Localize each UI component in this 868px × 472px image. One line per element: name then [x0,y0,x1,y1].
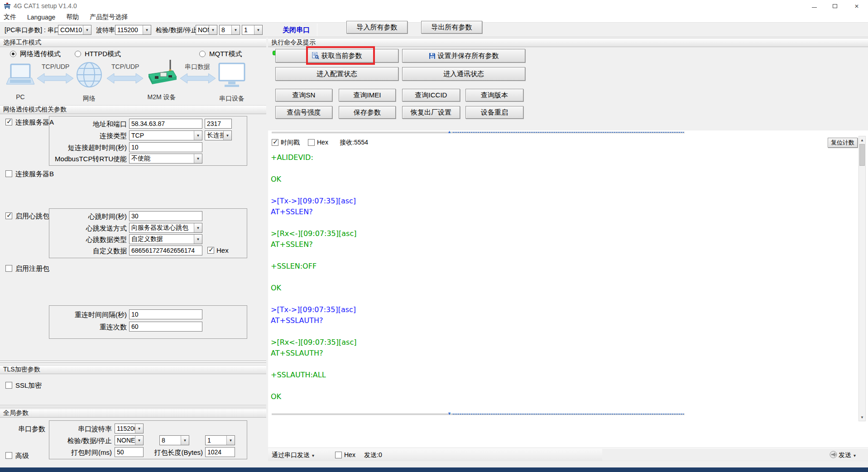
export-params-button[interactable]: 导出所有参数 [421,21,482,34]
terminal-scrollbar[interactable]: ▲ ▼ [858,136,866,421]
server-addr-input[interactable]: 58.34.63.87 [129,119,202,129]
factory-reset-button[interactable]: 恢复出厂设置 [402,106,460,119]
pack-time-input[interactable]: 50 [115,447,144,457]
send-horn-icon [830,451,837,458]
pc-serial-label: [PC串口参数] : 串口号 [5,23,67,37]
tls-header: TLS加密参数 [0,365,266,374]
scroll-up-icon[interactable]: ▲ [859,136,865,144]
pack-len-label: 打包长度(Bytes) [154,448,203,457]
toolbar: [PC串口参数] : 串口号 COM10 波特率 115200 检验/数据/停止… [0,23,868,37]
separator [0,405,266,407]
radio-net-passthrough-label: 网络透传模式 [20,50,61,58]
advanced-checkbox[interactable] [5,452,12,459]
heartbeat-data-type-label: 心跳数据类型 [50,236,127,244]
save-params-button[interactable]: 保存参数 [339,106,396,119]
m2m-device-icon [145,59,177,89]
heartbeat-enable-checkbox[interactable] [5,212,12,219]
set-save-params-button[interactable]: 设置并保存所有参数 [402,49,525,63]
scroll-thumb[interactable] [859,144,865,166]
global-parity-select[interactable]: NONE [115,435,144,445]
terminal-line: AT+SSLAUTH? [271,315,850,326]
register-enable-checkbox[interactable] [5,265,12,272]
heartbeat-data-type-select[interactable]: 自定义数据 [129,234,202,244]
parity-select[interactable]: NONI [196,25,217,35]
splitter-arrow-up-icon[interactable]: ▲ [447,130,451,134]
terminal-line [271,185,850,196]
close-serial-button[interactable]: 关闭串口 [283,23,310,37]
device-restart-button[interactable]: 设备重启 [465,106,523,119]
terminal-line [271,250,850,261]
send-hex-checkbox[interactable] [335,452,342,458]
radio-httpd[interactable] [75,51,81,57]
query-signal-button[interactable]: 查信号强度 [275,106,332,119]
splitter-dots[interactable] [453,132,684,133]
custom-data-label: 自定义数据 [50,247,127,255]
stopbits-select[interactable]: 1 [242,25,263,35]
scroll-down-icon[interactable]: ▼ [859,414,865,421]
reset-counter-button[interactable]: 复位计数 [828,138,858,148]
pack-len-input[interactable]: 1024 [205,447,235,457]
import-params-button[interactable]: 导入所有参数 [346,21,408,34]
conn-type-select[interactable]: TCP [129,130,202,140]
global-databits-select[interactable]: 8 [159,435,189,445]
minimize-button[interactable] [804,0,825,12]
close-button[interactable] [845,0,868,12]
server-b-checkbox[interactable] [5,170,12,177]
sent-count-label: 发送:0 [364,451,382,459]
terminal-output[interactable]: +ALIDEVID:OK>[Tx->][09:07:35][asc]AT+SSL… [271,152,850,411]
com-port-select[interactable]: COM10 [58,25,91,35]
ssl-checkbox[interactable] [5,382,12,389]
bottom-edge-bar [0,467,868,472]
addr-label: 地址和端口 [50,120,127,129]
custom-data-input[interactable]: 686561727462656174 [129,246,202,255]
splitter-arrow-down-icon[interactable]: ▼ [447,412,451,416]
global-baud-select[interactable]: 115200 [115,424,144,433]
short-timeout-label: 短连接超时时间(秒) [50,144,127,152]
send-input[interactable] [602,449,868,461]
reconnect-interval-input[interactable]: 10 [129,309,202,319]
timestamp-checkbox[interactable] [272,139,278,146]
terminal-line [271,272,850,283]
global-stopbits-select[interactable]: 1 [205,435,235,445]
terminal-line: OK [271,391,850,402]
radio-httpd-label: HTTPD模式 [85,50,121,58]
enter-comm-button[interactable]: 进入通讯状态 [402,67,525,81]
radio-net-passthrough[interactable] [10,51,16,57]
query-imei-button[interactable]: 查询IMEI [339,89,396,101]
terminal-line: >[Tx->][09:07:35][asc] [271,304,850,315]
enter-config-button[interactable]: 进入配置状态 [275,67,398,81]
query-sn-button[interactable]: 查询SN [275,89,332,101]
recv-hex-checkbox[interactable] [308,139,315,146]
heartbeat-send-mode-select[interactable]: 向服务器发送心跳包 [129,223,202,233]
modbus-label: ModbusTCP转RTU使能 [50,155,127,164]
maximize-button[interactable] [825,0,845,12]
terminal-line [271,380,850,391]
diagram-node-m2m: M2M 设备 [146,93,177,101]
highlight-box [306,46,375,65]
conn-mode-select[interactable]: 长连接 [205,130,232,140]
menu-file[interactable]: 文件 [0,12,22,23]
query-version-button[interactable]: 查询版本 [465,89,523,101]
heartbeat-hex-label: Hex [216,246,229,254]
splitter-dots[interactable] [453,414,684,414]
radio-mqtt[interactable] [199,51,206,57]
short-timeout-input[interactable]: 10 [129,142,202,152]
heartbeat-time-input[interactable]: 30 [129,211,202,221]
menu-product-model[interactable]: 产品型号选择 [84,12,133,23]
terminal-line: OK [271,283,850,294]
server-port-input[interactable]: 2317 [205,119,232,129]
send-button[interactable]: 发送 [839,451,856,459]
menu-language[interactable]: Language [22,12,61,23]
query-iccid-button[interactable]: 查询ICCID [402,89,460,101]
databits-select[interactable]: 8 [219,25,240,35]
reconnect-count-input[interactable]: 60 [129,322,202,332]
menu-help[interactable]: 帮助 [61,12,84,23]
send-hex-label: Hex [344,451,355,458]
baud-select[interactable]: 115200 [115,25,151,35]
send-via-serial-dropdown[interactable]: 通过串口发送 [272,451,314,459]
server-a-checkbox[interactable] [5,119,12,125]
app-icon [4,2,11,10]
work-mode-header: 选择工作模式 [0,38,266,47]
heartbeat-hex-checkbox[interactable] [207,247,214,254]
modbus-select[interactable]: 不使能 [129,154,202,164]
